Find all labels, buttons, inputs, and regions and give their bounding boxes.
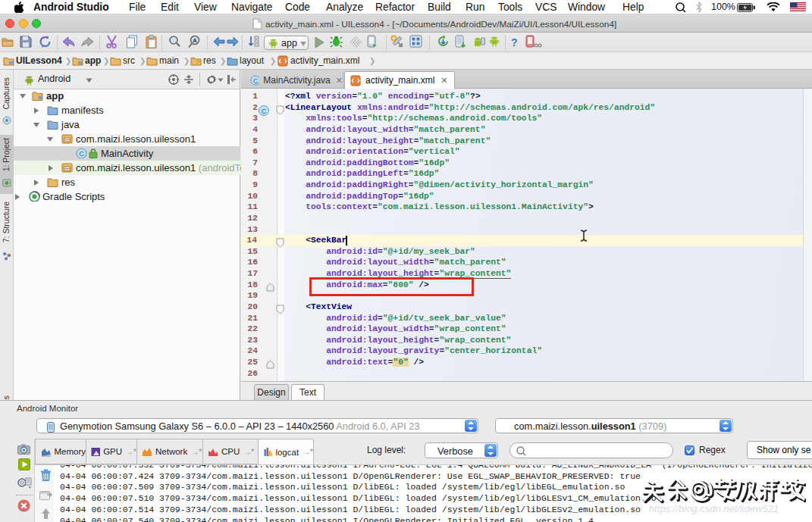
svg-text:C: C: [79, 149, 84, 158]
svg-text:C: C: [253, 77, 259, 85]
svg-text:C: C: [262, 107, 267, 115]
svg-text:A: A: [193, 37, 197, 44]
